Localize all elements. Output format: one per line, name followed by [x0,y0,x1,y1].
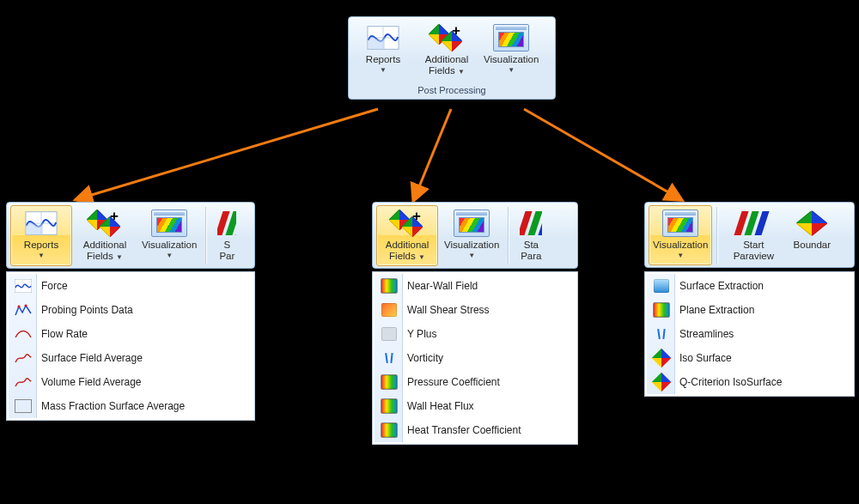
menu-item-mass-fraction-surface-average[interactable]: Mass Fraction Surface Average [7,394,254,418]
dropdown-arrow-icon: ▼ [677,252,684,259]
ribbon-group-post-processing: Reports ▼ + Additional Fields ▼ [348,16,556,100]
dropdown-arrow-icon: ▼ [380,66,387,74]
reports-dropdown-menu: Force Probing Points Data Flow Rate Surf… [6,271,255,421]
menu-item-label: Pressure Coefficient [407,376,500,388]
start-paraview-button-clipped[interactable]: Sta Para [514,205,548,266]
ribbon-separator [508,207,509,264]
menu-item-near-wall-field[interactable]: Near-Wall Field [373,274,577,298]
menu-item-plane-extraction[interactable]: Plane Extraction [645,298,854,322]
menu-item-label: Y Plus [407,328,436,340]
menu-item-vorticity[interactable]: Vorticity [373,346,577,370]
additional-fields-button[interactable]: + Additional Fields ▼ [416,20,478,81]
menu-item-wall-shear-stress[interactable]: Wall Shear Stress [373,298,577,322]
additional-fields-label-line2: Fields ▼ [429,65,465,77]
ribbon-group-caption: Post Processing [349,82,555,99]
menu-item-pressure-coefficient[interactable]: Pressure Coefficient [373,370,577,394]
dropdown-arrow-icon: ▼ [116,252,123,263]
vorticity-icon [380,349,399,367]
dropdown-arrow-icon: ▼ [38,252,45,259]
y-plus-icon [380,325,399,343]
visualization-button[interactable]: Visualization ▼ [649,205,712,265]
menu-item-label: Wall Shear Stress [407,304,490,316]
additional-fields-button[interactable]: + Additional Fields ▼ [74,205,136,266]
visualization-label: Visualization [484,54,539,65]
ribbon-additional-fields-expanded: + Additional Fields ▼ Visualization ▼ [372,202,578,269]
svg-line-5 [524,109,680,199]
additional-fields-label-line2: Fields ▼ [87,251,123,263]
start-paraview-label-line2: Par [219,251,235,262]
menu-item-label: Mass Fraction Surface Average [41,400,185,412]
menu-item-force[interactable]: Force [7,274,254,298]
heat-transfer-coefficient-icon [380,422,399,439]
start-paraview-label-line1: Start [743,240,764,251]
menu-item-volume-field-average[interactable]: Volume Field Average [7,370,254,394]
boundary-label: Boundar [794,240,831,251]
menu-item-probing-points-data[interactable]: Probing Points Data [7,298,254,322]
menu-item-label: Surface Field Average [41,352,143,364]
ribbon-separator [716,207,718,264]
additional-fields-label-line1: Additional [425,54,469,65]
dropdown-arrow-icon: ▼ [418,252,425,263]
ribbon-group-items: Visualization ▼ Start Paraview Boundar [645,203,854,267]
surface-extraction-icon [652,277,671,295]
diagram-stage: Reports ▼ + Additional Fields ▼ [0,0,859,504]
menu-item-label: Iso Surface [679,352,732,364]
menu-item-label: Plane Extraction [679,304,754,316]
ribbon-group-items: + Additional Fields ▼ Visualization ▼ [373,203,577,268]
visualization-window-icon [454,209,490,238]
svg-point-11 [25,305,27,307]
reports-button[interactable]: Reports ▼ [10,205,72,266]
start-paraview-label-line2: Paraview [734,251,774,262]
visualization-window-icon [151,209,187,238]
menu-item-wall-heat-flux[interactable]: Wall Heat Flux [373,394,577,418]
ribbon-separator [205,207,207,264]
boundary-button-clipped[interactable]: Boundar [786,205,838,265]
menu-item-y-plus[interactable]: Y Plus [373,322,577,346]
visualization-button[interactable]: Visualization ▼ [137,205,201,266]
visualization-label: Visualization [444,240,499,251]
ribbon-group-items: Reports ▼ + Additional Fields ▼ V [7,203,254,268]
reports-button[interactable]: Reports ▼ [352,20,414,81]
svg-line-3 [77,109,378,199]
dropdown-arrow-icon: ▼ [458,66,465,77]
menu-item-heat-transfer-coefficient[interactable]: Heat Transfer Coefficient [373,418,577,442]
streamlines-icon [652,325,671,343]
additional-fields-button[interactable]: + Additional Fields ▼ [376,205,438,266]
menu-item-q-criterion-isosurface[interactable]: Q-Criterion IsoSurface [645,370,854,394]
menu-item-iso-surface[interactable]: Iso Surface [645,346,854,370]
additional-fields-cubes-icon: + [429,23,465,52]
menu-item-flow-rate[interactable]: Flow Rate [7,322,254,346]
plane-extraction-icon [652,301,671,319]
sine-graph-icon [23,209,59,238]
surface-field-average-icon [14,349,33,367]
menu-item-label: Flow Rate [41,328,88,340]
additional-fields-label-line1: Additional [386,240,430,251]
paraview-stripes-icon [216,209,238,238]
pressure-coefficient-icon [380,373,399,391]
dropdown-arrow-icon: ▼ [468,252,475,259]
mass-fraction-icon [14,398,33,415]
menu-item-surface-field-average[interactable]: Surface Field Average [7,346,254,370]
flow-rate-icon [14,325,33,343]
menu-item-label: Wall Heat Flux [407,400,474,412]
dropdown-arrow-icon: ▼ [508,66,515,74]
boundary-cube-icon [794,209,830,238]
menu-item-label: Surface Extraction [679,280,764,292]
visualization-button[interactable]: Visualization ▼ [479,20,543,81]
q-criterion-icon [652,373,671,391]
volume-field-average-icon [14,373,33,391]
reports-label: Reports [24,240,58,251]
sine-graph-icon [365,23,401,52]
start-paraview-button[interactable]: Start Paraview [722,205,784,265]
menu-item-label: Vorticity [407,352,443,364]
near-wall-field-icon [380,277,399,295]
visualization-dropdown-menu: Surface Extraction Plane Extraction Stre… [644,271,855,397]
menu-item-label: Heat Transfer Coefficient [407,424,521,436]
menu-item-surface-extraction[interactable]: Surface Extraction [645,274,854,298]
reports-label: Reports [366,54,400,65]
start-paraview-button-clipped[interactable]: S Par [211,205,242,266]
visualization-button[interactable]: Visualization ▼ [440,205,503,266]
iso-surface-icon [652,349,671,367]
additional-fields-cubes-icon: + [87,209,123,238]
menu-item-streamlines[interactable]: Streamlines [645,322,854,346]
